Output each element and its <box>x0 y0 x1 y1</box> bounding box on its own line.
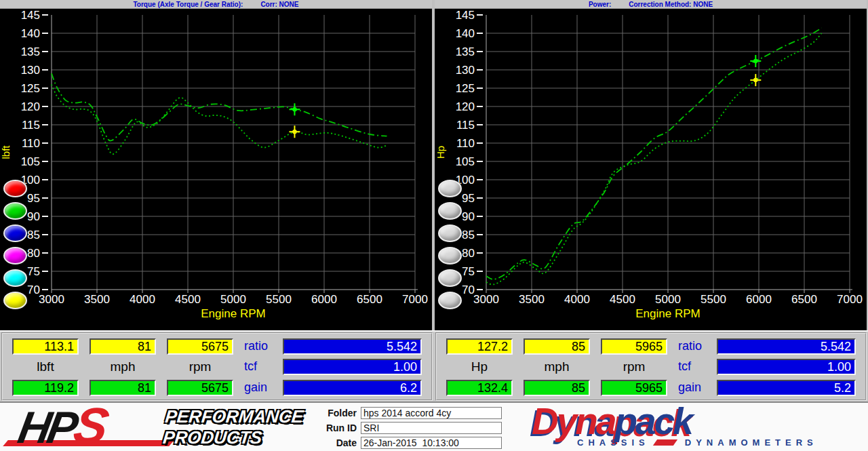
x-tick-label: 7000 <box>402 293 428 306</box>
legend-button-3[interactable] <box>438 247 462 264</box>
hps-logo: HPS PERFORMANCE PRODUCTS <box>0 402 319 451</box>
dynapack-logo: Dynapack CHASSIS DYNAMOMETERS <box>513 402 868 451</box>
x-tick-label: 3000 <box>39 293 64 306</box>
ratio-value: 5.542 <box>717 338 856 355</box>
tcf-label: tcf <box>678 359 713 375</box>
baseline-power-curve <box>486 33 822 285</box>
torque-title-bar: Torque (Axle Torque / Gear Ratio): Corr:… <box>0 0 432 9</box>
gridlines <box>52 15 415 290</box>
legend-button-1[interactable] <box>438 202 462 220</box>
run-rpm-value: 5965 <box>601 380 667 396</box>
x-axis-label: Engine RPM <box>635 307 700 320</box>
ratio-label: ratio <box>244 338 279 355</box>
date-field-row: Date 26-Jan-2015 10:13:00 <box>319 437 513 449</box>
legend-button-2[interactable] <box>3 224 27 242</box>
x-tick-label: 6000 <box>311 293 337 306</box>
unit-label-rpm: rpm <box>601 359 667 375</box>
tcf-value: 1.00 <box>717 359 856 375</box>
run-power-value: 132.4 <box>446 380 513 396</box>
x-tick-label: 4000 <box>130 293 155 306</box>
torque-correction-label: Corr: NONE <box>260 1 298 8</box>
power-chart-panel: Power: Correction Method: NONE 707580859… <box>435 0 867 330</box>
cursor-marker <box>289 125 300 138</box>
x-tick-labels: 300035004000450050005500600065007000 <box>39 290 428 306</box>
cursor-rpm-value: 5965 <box>601 338 667 355</box>
x-tick-label: 5000 <box>220 293 246 306</box>
unit-label-hp: Hp <box>446 359 513 375</box>
gain-value: 6.2 <box>283 380 422 396</box>
run-speed-value: 81 <box>90 380 156 396</box>
cursor-speed-value: 85 <box>524 338 590 355</box>
dynapack-chassis-text: CHASSIS <box>577 437 650 448</box>
legend-button-2[interactable] <box>438 224 462 242</box>
torque-title: Torque (Axle Torque / Gear Ratio): <box>134 1 243 8</box>
x-axis-label: Engine RPM <box>201 307 265 320</box>
x-tick-label: 4000 <box>564 293 590 306</box>
legend-button-0[interactable] <box>3 180 27 197</box>
x-tick-label: 6500 <box>357 293 382 306</box>
x-tick-labels: 300035004000450050005500600065007000 <box>473 290 863 306</box>
dynapack-slash-shape <box>653 439 677 446</box>
torque-chart-panel: Torque (Axle Torque / Gear Ratio): Corr:… <box>0 0 432 330</box>
run-id-field-row: Run ID SRI <box>319 422 513 434</box>
x-tick-label: 4500 <box>610 293 635 306</box>
unit-label-lbft: lbft <box>12 359 79 375</box>
legend-buttons-left <box>3 0 31 330</box>
run-torque-value: 119.2 <box>12 380 79 396</box>
run-id-input[interactable]: SRI <box>361 422 502 434</box>
cursor-marker <box>750 55 761 67</box>
date-input[interactable]: 26-Jan-2015 10:13:00 <box>361 437 502 449</box>
legend-button-3[interactable] <box>3 247 27 264</box>
unit-label-mph: mph <box>524 359 590 375</box>
x-tick-label: 6000 <box>746 293 772 306</box>
power-title-bar: Power: Correction Method: NONE <box>435 0 867 9</box>
charts-row: Torque (Axle Torque / Gear Ratio): Corr:… <box>0 0 868 330</box>
cursor-rpm-value: 5675 <box>167 338 233 355</box>
legend-button-4[interactable] <box>3 269 27 287</box>
power-title: Power: <box>589 1 611 8</box>
run-info-fields: Folder hps 2014 accord 4cy Run ID SRI Da… <box>319 406 513 449</box>
legend-button-5[interactable] <box>438 292 462 309</box>
cursor-speed-value: 81 <box>90 338 156 355</box>
sri-torque-curve <box>52 73 387 140</box>
folder-label: Folder <box>319 408 361 418</box>
cursor-power-value: 127.2 <box>446 338 513 355</box>
x-tick-label: 3000 <box>473 293 499 306</box>
folder-input[interactable]: hps 2014 accord 4cy <box>361 407 502 419</box>
sri-power-curve <box>486 28 822 279</box>
legend-button-0[interactable] <box>438 180 462 197</box>
tcf-value: 1.00 <box>283 359 422 375</box>
legend-button-5[interactable] <box>3 292 27 309</box>
baseline-torque-curve <box>52 85 387 155</box>
legend-buttons-right <box>438 0 465 330</box>
gain-label: gain <box>678 380 713 396</box>
gain-label: gain <box>244 380 279 396</box>
x-tick-label: 4500 <box>175 293 201 306</box>
ratio-value: 5.542 <box>283 338 422 355</box>
power-correction-label: Correction Method: NONE <box>629 1 713 8</box>
cursor-marker <box>750 74 761 86</box>
hps-tagline: PERFORMANCE PRODUCTS <box>162 406 323 448</box>
gridlines <box>486 15 850 290</box>
torque-readout-panel: 113.1 81 5675 lbft mph rpm 119.2 81 5675… <box>1 332 433 401</box>
torque-chart-svg[interactable]: 7075808590951001051101151201251301351401… <box>0 0 432 330</box>
tcf-label: tcf <box>244 359 279 375</box>
x-tick-label: 5000 <box>655 293 681 306</box>
cursor-marker <box>289 103 300 115</box>
hps-logo-hp-text: HP <box>14 402 79 451</box>
ratio-label: ratio <box>678 338 713 355</box>
cursor-torque-value: 113.1 <box>12 338 79 355</box>
run-speed-value: 85 <box>524 380 590 396</box>
x-tick-label: 5500 <box>266 293 292 306</box>
gain-value: 5.2 <box>717 380 856 396</box>
dynapack-logo-part2: pack <box>615 400 692 442</box>
x-tick-label: 3500 <box>519 293 545 306</box>
folder-field-row: Folder hps 2014 accord 4cy <box>319 407 513 419</box>
footer: HPS PERFORMANCE PRODUCTS Folder hps 2014… <box>0 401 868 451</box>
power-chart-svg[interactable]: 7075808590951001051101151201251301351401… <box>435 0 867 330</box>
dynapack-logo-part1: Dyna <box>532 400 615 442</box>
legend-button-1[interactable] <box>3 202 27 220</box>
legend-button-4[interactable] <box>438 269 462 287</box>
date-label: Date <box>319 437 361 448</box>
hps-tagline-line2: PRODUCTS <box>162 427 320 448</box>
